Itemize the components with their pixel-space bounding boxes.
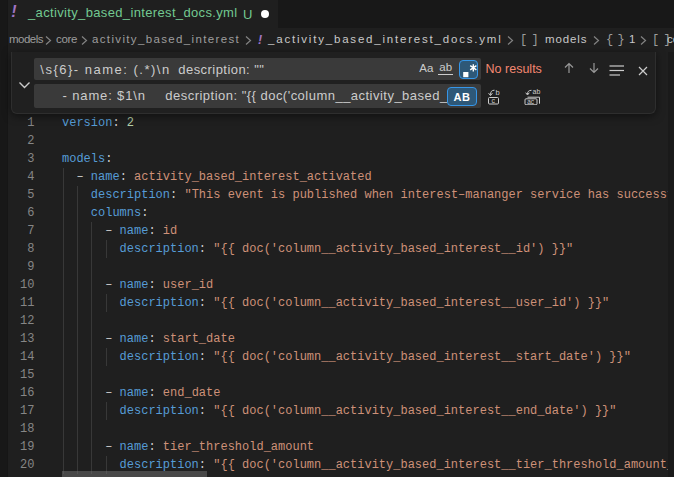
svg-text:ab: ab	[533, 88, 541, 95]
svg-text:ac: ac	[527, 97, 535, 104]
svg-text:c: c	[491, 97, 495, 104]
svg-text:b: b	[495, 88, 499, 97]
